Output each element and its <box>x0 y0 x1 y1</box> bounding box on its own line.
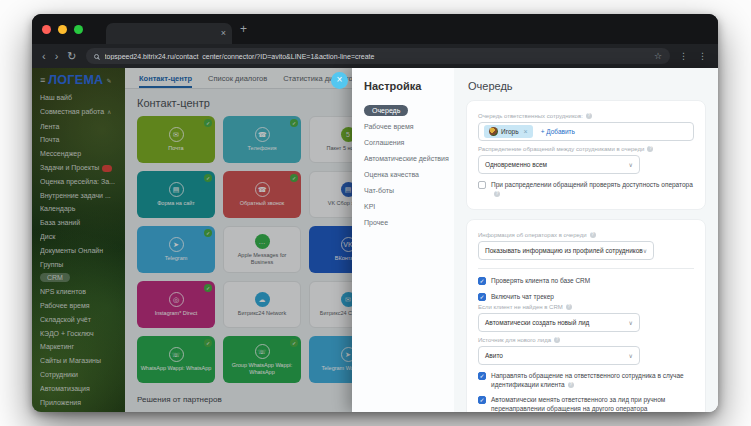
panel-close-button[interactable]: × <box>331 72 348 89</box>
help-icon[interactable]: ? <box>590 232 596 238</box>
maximize-window-button[interactable] <box>74 25 83 34</box>
sidebar-item[interactable]: База знаний <box>40 216 125 230</box>
bookmark-icon[interactable]: ☆ <box>654 51 662 61</box>
channel-tile[interactable]: ➤Telegram✓ <box>137 226 215 273</box>
sidebar-item[interactable]: Оценка пресейла: За... <box>40 175 125 189</box>
settings-menu-item[interactable]: Оценка качества <box>364 167 446 183</box>
sidebar-item[interactable]: Сайты и Магазины <box>40 354 125 368</box>
settings-menu: Настройка ОчередьРабочее времяСоглашения… <box>352 68 454 412</box>
channel-tile[interactable]: …Apple Messages for Business <box>223 226 301 273</box>
queue-members-input[interactable]: Игорь × + Добавить <box>478 122 694 141</box>
crm-check-row[interactable]: ✓ Проверять клиента по базе CRM <box>478 277 694 286</box>
checkbox-checked[interactable]: ✓ <box>478 277 486 285</box>
back-button[interactable]: ‹ <box>42 51 46 62</box>
browser-menu-icon[interactable]: ⋮ <box>679 51 689 61</box>
search-icon <box>94 54 99 59</box>
close-window-button[interactable] <box>42 25 51 34</box>
new-tab-button[interactable]: + <box>240 22 247 36</box>
tab-active[interactable]: Контакт-центр <box>139 74 192 88</box>
browser-tab-strip: × + <box>32 14 718 44</box>
settings-menu-item[interactable]: Рабочее время <box>364 119 446 135</box>
settings-menu-item[interactable]: Соглашения <box>364 135 446 151</box>
sidebar-item[interactable]: NPS клиентов <box>40 285 125 299</box>
remove-member-icon[interactable]: × <box>524 128 528 135</box>
selected-value: Показывать информацию из профилей сотруд… <box>485 247 643 254</box>
reload-button[interactable]: ↻ <box>67 51 76 62</box>
checkbox-checked[interactable]: ✓ <box>478 293 486 301</box>
help-icon[interactable]: ? <box>647 146 653 152</box>
checkbox-unchecked[interactable] <box>478 181 486 189</box>
channel-tile[interactable]: ☎Обратный звонок✓ <box>223 171 301 218</box>
auto-change-check-row[interactable]: ✓ Автоматически менять ответственного за… <box>478 396 694 412</box>
sidebar-item[interactable]: Рабочее время <box>40 299 125 313</box>
sidebar-item[interactable]: Календарь <box>40 202 125 216</box>
sidebar-item[interactable]: Маркетинг <box>40 340 125 354</box>
checkbox-checked[interactable]: ✓ <box>478 396 486 404</box>
channel-tile[interactable]: ☎Телефония✓ <box>223 116 301 163</box>
connected-check-icon: ✓ <box>204 339 212 347</box>
help-icon[interactable]: ? <box>566 304 572 310</box>
extensions-menu-icon[interactable]: ⋮ <box>698 51 708 61</box>
help-icon[interactable]: ? <box>494 191 500 197</box>
sidebar-item[interactable]: Наш вайб <box>40 91 125 105</box>
member-chip[interactable]: Игорь × <box>484 125 533 138</box>
sidebar-item[interactable]: Сотрудники <box>40 368 125 382</box>
address-bar[interactable]: topspeed24.bitrix24.ru/contact_center/co… <box>86 48 670 64</box>
add-member-link[interactable]: + Добавить <box>541 128 575 135</box>
settings-menu-item[interactable]: Автоматические действия <box>364 151 446 167</box>
chevron-down-icon: ∨ <box>629 319 633 326</box>
sidebar-item[interactable]: Внутренние задачи ... <box>40 189 125 203</box>
distribution-select[interactable]: Одновременно всем ∨ <box>478 155 640 174</box>
tracker-check-row[interactable]: ✓ Включить чат трекер <box>478 293 694 302</box>
sidebar-item[interactable]: Задачи и Проекты <box>40 161 125 175</box>
sidebar-item[interactable]: Группы <box>40 258 125 272</box>
browser-tab[interactable]: × <box>106 23 232 44</box>
label-text: Направлять обращение на ответственного с… <box>491 372 684 388</box>
help-icon[interactable]: ? <box>554 337 560 343</box>
sidebar-item[interactable]: Автоматизация <box>40 382 125 396</box>
sidebar-item[interactable]: КЭДО + Госключ <box>40 327 125 341</box>
channel-tile[interactable]: ☏Group WhatsApp Wappi: WhatsApp✓ <box>223 336 301 383</box>
settings-menu-item[interactable]: Прочее <box>364 215 446 231</box>
form-icon: ▤ <box>169 182 184 197</box>
minimize-window-button[interactable] <box>58 25 67 34</box>
operators-info-label: Информация об операторах в очереди? <box>478 232 694 238</box>
channel-tile[interactable]: ☁Битрикс24 Network <box>223 281 301 328</box>
logo-edit-icon[interactable]: ✎ <box>106 77 111 84</box>
help-icon[interactable]: ? <box>586 113 592 119</box>
settings-menu-item[interactable]: KPI <box>364 199 446 215</box>
sidebar-item[interactable]: Совместная работа∧ <box>40 105 125 120</box>
sidebar-item[interactable]: Документы Онлайн <box>40 244 125 258</box>
availability-checkbox-row[interactable]: При распределении обращений проверять до… <box>478 181 694 198</box>
settings-menu-item[interactable]: Очередь <box>364 103 446 119</box>
forward-button[interactable]: › <box>55 51 59 62</box>
sidebar-item[interactable]: Лента <box>40 120 125 134</box>
channel-tile[interactable]: ✉Почта✓ <box>137 116 215 163</box>
operators-info-select[interactable]: Показывать информацию из профилей сотруд… <box>478 241 654 260</box>
logo[interactable]: ЛОГЕМА <box>48 73 103 87</box>
channel-tile-label: Форма на сайт <box>157 200 195 207</box>
label-text: Если клиент не найден в CRM <box>478 304 563 310</box>
sidebar-item[interactable]: Приложения <box>40 396 125 410</box>
connected-check-icon: ✓ <box>204 119 212 127</box>
route-check-row[interactable]: ✓ Направлять обращение на ответственного… <box>478 372 694 389</box>
tab-close-icon[interactable]: × <box>221 29 226 38</box>
tab-inactive[interactable]: Список диалогов <box>208 74 267 88</box>
sidebar-item[interactable]: Почта <box>40 133 125 147</box>
not-found-select[interactable]: Автоматически создать новый лид ∨ <box>478 313 640 332</box>
channel-tile[interactable]: ☏WhatsApp Wappi: WhatsApp✓ <box>137 336 215 383</box>
channel-tile[interactable]: ◎Instagram* Direct✓ <box>137 281 215 328</box>
channel-tile[interactable]: ▤Форма на сайт✓ <box>137 171 215 218</box>
sidebar-item[interactable]: Мессенджер <box>40 147 125 161</box>
lead-source-select[interactable]: Авито ∨ <box>478 346 640 365</box>
not-found-label: Если клиент не найден в CRM? <box>478 304 694 310</box>
settings-menu-item[interactable]: Чат-боты <box>364 183 446 199</box>
help-icon[interactable]: ? <box>568 382 574 388</box>
checkbox-checked[interactable]: ✓ <box>478 372 486 380</box>
hamburger-menu-icon[interactable]: ≡ <box>40 75 45 85</box>
sidebar-item[interactable]: Складской учёт <box>40 313 125 327</box>
sidebar-item[interactable]: CRM <box>40 271 125 285</box>
label-text: Источник для нового лида <box>478 337 551 343</box>
settings-menu-list: ОчередьРабочее времяСоглашенияАвтоматиче… <box>364 103 446 231</box>
sidebar-item[interactable]: Диск <box>40 230 125 244</box>
